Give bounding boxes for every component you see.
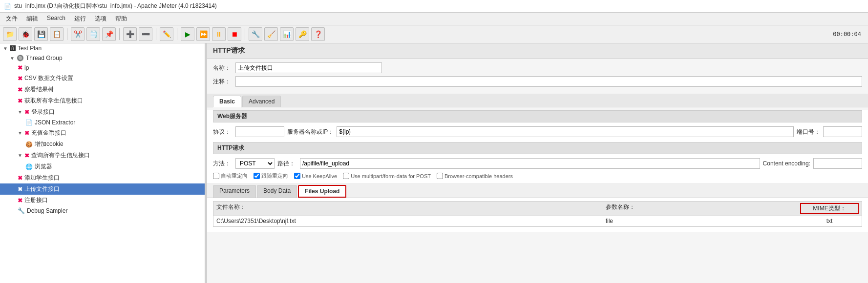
toolbar-start-btn[interactable]: ▶ [181, 27, 194, 41]
toolbar-copy-btn[interactable]: 🗒️ [86, 27, 100, 41]
tree-item-upload-file[interactable]: ✖ 上传文件接口 [0, 183, 205, 195]
menu-search[interactable]: Search [43, 14, 69, 24]
tree-item-label: 注册接口 [24, 196, 48, 204]
tree-item-recharge[interactable]: ▼ ✖ 充值金币接口 [0, 127, 205, 139]
check-follow-redirect[interactable]: 跟随重定向 [254, 172, 288, 180]
tree-item-add-cookie[interactable]: 🍪 增加cookie [0, 139, 205, 150]
server-input[interactable] [337, 126, 794, 137]
multipart-checkbox[interactable] [343, 173, 349, 179]
main-area: ▼ 🅰 Test Plan ▼ 🔘 Thread Group ✖ ip ✖ CS… [0, 43, 868, 283]
keepalive-label: Use KeepAlive [302, 173, 337, 179]
upload-file-icon: ✖ [18, 186, 22, 193]
tab-basic[interactable]: Basic [213, 96, 241, 107]
multipart-label: Use multipart/form-data for POST [351, 173, 431, 179]
method-label: 方法： [213, 160, 233, 168]
tree-item-label: JSON Extractor [35, 119, 75, 126]
comment-label: 注释： [213, 78, 233, 86]
panel-title: HTTP请求 [207, 43, 868, 59]
menu-file[interactable]: 文件 [2, 14, 21, 24]
toolbar-add-btn[interactable]: ➕ [123, 27, 137, 41]
tree-item-test-plan[interactable]: ▼ 🅰 Test Plan [0, 43, 205, 53]
tree-item-ip[interactable]: ✖ ip [0, 63, 205, 73]
tree-item-debug-sampler[interactable]: 🔧 Debug Sampler [0, 206, 205, 216]
check-multipart[interactable]: Use multipart/form-data for POST [343, 173, 431, 179]
menu-run[interactable]: 运行 [70, 14, 90, 24]
toolbar-sep2 [119, 28, 120, 40]
follow-redirect-label: 跟随重定向 [261, 172, 288, 180]
path-input[interactable] [300, 158, 760, 169]
toolbar-keys-btn[interactable]: 🔑 [296, 27, 309, 41]
keepalive-checkbox[interactable] [294, 173, 300, 179]
toolbar-stop-btn[interactable]: ⏹ [228, 27, 241, 41]
toolbar-edit-btn[interactable]: ✏️ [160, 27, 173, 41]
tree-item-get-students[interactable]: ✖ 获取所有学生信息接口 [0, 95, 205, 106]
tree-item-csv[interactable]: ✖ CSV 数据文件设置 [0, 73, 205, 84]
check-keepalive[interactable]: Use KeepAlive [294, 173, 337, 179]
toolbar-remove-btn[interactable]: ➖ [139, 27, 152, 41]
cookie-icon: 🍪 [25, 141, 33, 148]
tab-body-data[interactable]: Body Data [257, 185, 297, 198]
tree-item-label: 察看结果树 [24, 85, 54, 94]
menu-options[interactable]: 选项 [91, 14, 110, 24]
files-table-row[interactable]: C:\Users\27351\Desktop\njf.txt file txt [213, 216, 862, 226]
toolbar-paste-btn[interactable]: 📌 [102, 27, 116, 41]
toolbar-saveas-btn[interactable]: 📋 [50, 27, 64, 41]
tree-item-label: 添加学生接口 [24, 174, 60, 182]
browser-headers-checkbox[interactable] [437, 173, 443, 179]
tab-parameters[interactable]: Parameters [213, 185, 256, 198]
files-upload-table: 文件名称： 参数名称： MIME类型： C:\Users\27351\Deskt… [213, 201, 862, 227]
sub-tabs-bar: Parameters Body Data Files Upload [207, 183, 868, 198]
protocol-label: 协议： [213, 128, 233, 136]
right-panel: HTTP请求 名称： 注释： Basic Advanced Web服务器 协议：… [207, 43, 868, 283]
tree-item-add-student[interactable]: ✖ 添加学生接口 [0, 172, 205, 183]
tree-item-thread-group[interactable]: ▼ 🔘 Thread Group [0, 53, 205, 63]
toolbar-start-nopause-btn[interactable]: ⏩ [196, 27, 210, 41]
tree-item-register[interactable]: ✖ 注册接口 [0, 195, 205, 206]
title-text: stu_info.jmx (D:\自动化接口脚本\stu_info.jmx) -… [14, 2, 217, 10]
toolbar-open-btn[interactable]: 📁 [3, 27, 17, 41]
toolbar-configure-btn[interactable]: 🔧 [249, 27, 262, 41]
tree-item-result-tree[interactable]: ✖ 察看结果树 [0, 84, 205, 95]
toolbar-save-btn[interactable]: 💾 [34, 27, 48, 41]
tree-item-browser[interactable]: 🌐 浏览器 [0, 161, 205, 172]
tab-advanced[interactable]: Advanced [242, 96, 281, 107]
encoding-input[interactable] [813, 158, 862, 169]
name-section: 名称： 注释： [207, 59, 868, 94]
toolbar-sep5 [245, 28, 245, 40]
tree-item-label: CSV 数据文件设置 [24, 74, 73, 82]
check-auto-redirect[interactable]: 自动重定向 [213, 172, 248, 180]
comment-input[interactable] [235, 76, 862, 87]
toolbar-report-btn[interactable]: 📊 [280, 27, 294, 41]
port-input[interactable] [823, 126, 862, 137]
toolbar: 📁 🐞 💾 📋 ✂️ 🗒️ 📌 ➕ ➖ ✏️ ▶ ⏩ ⏸ ⏹ 🔧 🧹 📊 🔑 ❓… [0, 25, 868, 43]
toolbar-clear-btn[interactable]: 🧹 [264, 27, 278, 41]
toolbar-pause-btn[interactable]: ⏸ [212, 27, 226, 41]
menu-edit[interactable]: 编辑 [22, 14, 42, 24]
port-label: 端口号： [797, 128, 820, 136]
name-input[interactable] [235, 62, 382, 73]
csv-icon: ✖ [18, 75, 22, 82]
method-select[interactable]: POST GET PUT DELETE [235, 158, 275, 169]
tree-item-query-students[interactable]: ▼ ✖ 查询所有学生信息接口 [0, 150, 205, 161]
tree-item-login[interactable]: ▼ ✖ 登录接口 [0, 106, 205, 118]
tab-files-upload[interactable]: Files Upload [298, 185, 346, 198]
path-label: 路径： [277, 160, 297, 168]
protocol-input[interactable] [235, 126, 284, 137]
toolbar-debug-btn[interactable]: 🐞 [19, 27, 32, 41]
toolbar-help-btn[interactable]: ❓ [311, 27, 325, 41]
tree-item-label: 获取所有学生信息接口 [24, 97, 83, 105]
check-browser-headers[interactable]: Browser-compatible headers [437, 173, 513, 179]
tree-item-label: Test Plan [18, 45, 42, 52]
menu-help[interactable]: 帮助 [111, 14, 131, 24]
tree-item-label: 增加cookie [35, 140, 64, 148]
collapse-icon: ▼ [18, 130, 22, 136]
auto-redirect-checkbox[interactable] [213, 173, 219, 179]
collapse-icon: ▼ [10, 56, 15, 61]
col-header-param: 参数名称： [606, 203, 800, 214]
col-header-mime: MIME类型： [800, 203, 859, 214]
toolbar-sep4 [177, 28, 177, 40]
follow-redirect-checkbox[interactable] [254, 173, 260, 179]
toolbar-cut-btn[interactable]: ✂️ [71, 27, 85, 41]
tree-item-json-extractor[interactable]: 📄 JSON Extractor [0, 118, 205, 127]
query-students-icon: ✖ [24, 152, 29, 159]
